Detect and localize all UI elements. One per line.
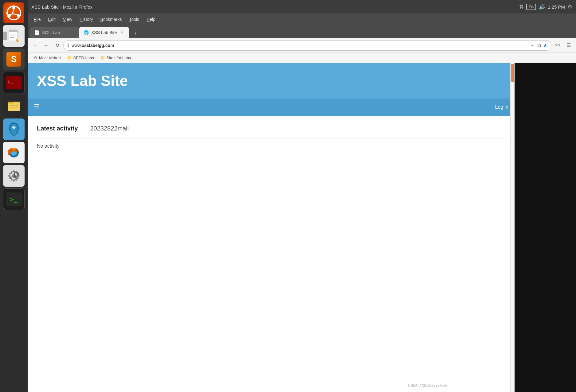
menu-view[interactable]: View: [60, 16, 75, 23]
menu-file[interactable]: File: [31, 16, 44, 23]
bookmark-sites-for-labs[interactable]: 📁 Sites for Labs: [98, 54, 134, 61]
menu-bookmarks[interactable]: Bookmarks: [97, 16, 125, 23]
latest-activity-section: Latest activity 20232822mali: [37, 125, 505, 138]
files-icon: [6, 99, 21, 113]
menu-tools[interactable]: Tools: [126, 16, 142, 23]
address-bar[interactable]: ℹ www.xsslabelgg.com ··· 🗂 ★: [63, 40, 551, 51]
svg-point-3: [17, 14, 20, 17]
title-bar-controls: ⇅ En 🔊 1:25 PM ⚙: [519, 3, 573, 10]
web-content: XSS Lab Site ☰ Log in Latest activity 20…: [28, 63, 515, 392]
right-black-panel: [515, 63, 576, 392]
back-button[interactable]: ←: [30, 41, 40, 50]
menu-help[interactable]: Help: [143, 16, 159, 23]
new-tab-button[interactable]: +: [130, 28, 140, 38]
sublime-logo-icon: S: [6, 52, 21, 67]
reload-button[interactable]: ↻: [52, 41, 62, 50]
svg-rect-15: [8, 102, 13, 103]
bookmark-star-icon[interactable]: ★: [543, 42, 547, 48]
taskbar: ‹ S $ _: [0, 0, 28, 392]
bookmark-most-visited-label: Most Visited: [39, 56, 61, 60]
bookmark-most-visited[interactable]: ⚙ Most Visited: [31, 54, 63, 61]
site-header: XSS Lab Site: [28, 63, 515, 99]
login-link[interactable]: Log in: [495, 104, 508, 110]
xss-tab-label: XSS Lab Site: [91, 30, 117, 35]
taskbar-icon-sublime[interactable]: S: [3, 49, 25, 70]
system-clock: 1:25 PM: [548, 4, 565, 10]
sqli-tab-icon: 📄: [34, 30, 40, 35]
bookmark-seed-labs-label: SEED Labs: [73, 56, 94, 60]
title-bar: XSS Lab Site - Mozilla Firefox ⇅ En 🔊 1:…: [28, 0, 576, 14]
overflow-menu-icon[interactable]: ···: [531, 43, 535, 48]
svg-line-6: [12, 14, 17, 14]
taskbar-icon-ubuntu[interactable]: [3, 2, 24, 23]
bookmark-seed-labs[interactable]: 📁 SEED Labs: [65, 54, 96, 61]
taskbar-icon-wireshark[interactable]: [3, 118, 25, 140]
site-nav: ☰ Log in: [28, 99, 515, 116]
taskbar-icon-terminal-red[interactable]: $ _: [3, 72, 25, 93]
tabs-bar: 📄 SQLi Lab ✕ 🌐 XSS Lab Site ✕ +: [28, 25, 576, 38]
browser-window: XSS Lab Site - Mozilla Firefox ⇅ En 🔊 1:…: [28, 0, 576, 392]
volume-icon: 🔊: [539, 3, 545, 10]
menu-edit[interactable]: Edit: [45, 16, 59, 23]
taskbar-icon-settings[interactable]: [3, 165, 25, 187]
pocket-icon[interactable]: 🗂: [536, 43, 541, 48]
window-title: XSS Lab Site - Mozilla Firefox: [31, 4, 92, 10]
folder-sites-icon: 📁: [100, 56, 105, 60]
taskbar-icon-terminal[interactable]: >_: [3, 188, 25, 210]
site-hamburger-menu[interactable]: ☰: [34, 103, 40, 111]
forward-button[interactable]: →: [41, 41, 51, 50]
left-arrow-indicator: ‹: [3, 32, 7, 40]
scrollbar-thumb[interactable]: [511, 64, 514, 82]
svg-point-1: [12, 6, 15, 10]
menu-history[interactable]: History: [76, 16, 96, 23]
terminal-icon: >_: [6, 192, 22, 206]
settings-icon: [6, 168, 22, 184]
latest-activity-user: 20232822mali: [90, 125, 129, 132]
power-icon: ⚙: [567, 3, 572, 10]
menu-bar: File Edit View History Bookmarks Tools H…: [28, 14, 576, 25]
extend-button[interactable]: >>: [553, 41, 562, 50]
text-editor-app[interactable]: ‹: [3, 25, 25, 47]
wireshark-icon: [6, 121, 22, 137]
url-display: www.xsslabelgg.com: [72, 43, 528, 48]
taskbar-icon-firefox[interactable]: [3, 142, 25, 163]
secure-icon: ℹ: [67, 43, 69, 48]
svg-point-2: [8, 14, 11, 17]
content-area: XSS Lab Site ☰ Log in Latest activity 20…: [28, 63, 576, 392]
sqli-tab-close[interactable]: ✕: [69, 30, 75, 35]
tab-sqli-lab[interactable]: 📄 SQLi Lab ✕: [30, 27, 79, 38]
pencil-icon: [8, 29, 20, 43]
hamburger-menu-button[interactable]: ☰: [564, 41, 574, 50]
latest-activity-label: Latest activity: [37, 125, 78, 132]
tab-xss-lab[interactable]: 🌐 XSS Lab Site ✕: [79, 27, 129, 38]
keyboard-layout-indicator[interactable]: En: [526, 4, 536, 10]
site-page-content: Latest activity 20232822mali No activity: [28, 116, 515, 392]
taskbar-icon-files[interactable]: [3, 95, 25, 117]
no-activity-text: No activity: [37, 143, 505, 149]
firefox-icon: [6, 145, 22, 161]
terminal-red-icon: $ _: [6, 76, 22, 89]
folder-seed-icon: 📁: [67, 56, 72, 60]
gear-bookmark-icon: ⚙: [34, 56, 37, 60]
network-icon: ⇅: [519, 3, 524, 10]
svg-line-5: [11, 14, 12, 14]
ubuntu-logo-icon: [6, 5, 22, 21]
sqli-tab-label: SQLi Lab: [42, 30, 60, 35]
address-bar-area: ← → ↻ ℹ www.xsslabelgg.com ··· 🗂 ★ >> ☰: [28, 38, 576, 53]
svg-line-4: [12, 10, 14, 14]
bookmark-sites-label: Sites for Labs: [107, 56, 131, 60]
xss-tab-close[interactable]: ✕: [119, 30, 125, 35]
xss-tab-icon: 🌐: [84, 30, 89, 35]
site-title: XSS Lab Site: [37, 72, 505, 89]
scrollbar[interactable]: [510, 63, 515, 392]
address-bar-action-icons: ··· 🗂 ★: [531, 42, 547, 48]
bookmarks-bar: ⚙ Most Visited 📁 SEED Labs 📁 Sites for L…: [28, 53, 576, 63]
watermark: CSDN @20232822马丽: [408, 383, 447, 388]
svg-rect-8: [9, 30, 18, 32]
toolbar-right: >> ☰: [553, 41, 574, 50]
